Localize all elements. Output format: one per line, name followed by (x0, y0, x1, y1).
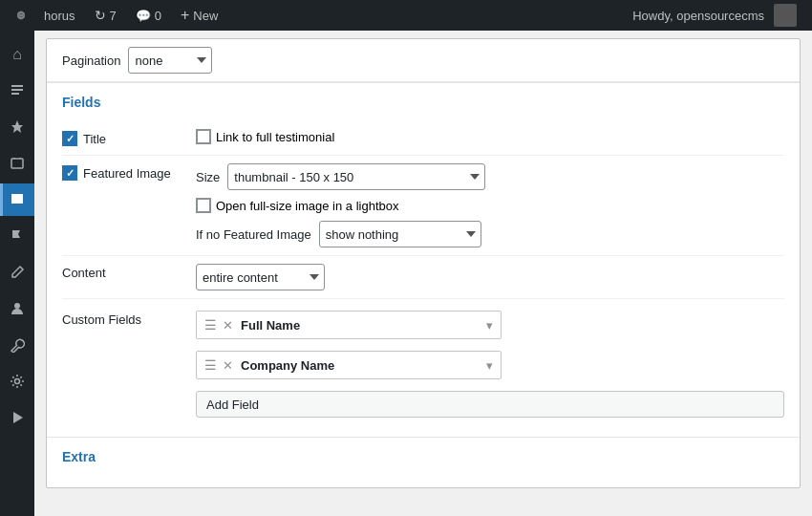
title-field-controls: Link to full testimonial (196, 129, 784, 144)
custom-field-item-2: ☰ ✕ Company Name ▾ (196, 351, 502, 379)
link-testimonial-label: Link to full testimonial (216, 130, 334, 144)
svg-marker-7 (13, 412, 23, 423)
comments-bar-item[interactable]: 💬 0 (126, 0, 171, 31)
refresh-icon: ↻ (95, 8, 106, 23)
featured-image-controls: Size thumbnail - 150 x 150 medium - 300 … (196, 163, 784, 247)
main-content: Pagination none pagination load more Fie… (34, 31, 812, 516)
remove-icon-2[interactable]: ✕ (223, 358, 233, 373)
sidebar-icon-posts[interactable] (0, 75, 34, 107)
main-panel: Pagination none pagination load more Fie… (46, 38, 801, 488)
content-field-label: Content (62, 264, 196, 280)
size-label: Size (196, 170, 220, 184)
pagination-row: Pagination none pagination load more (47, 39, 800, 82)
comments-count: 0 (155, 9, 161, 23)
lightbox-checkbox[interactable] (196, 198, 211, 213)
no-image-select[interactable]: show nothing show placeholder show defau… (319, 221, 481, 247)
sidebar-icon-users[interactable] (0, 292, 34, 325)
expand-icon-1[interactable]: ▾ (486, 318, 493, 333)
new-label: New (193, 9, 218, 23)
title-field-row: Title Link to full testimonial (62, 121, 784, 156)
content-field-row: Content entire content excerpt none (62, 256, 784, 299)
link-testimonial-checkbox-wrap[interactable]: Link to full testimonial (196, 129, 334, 144)
custom-field-name-2: Company Name (241, 358, 486, 373)
no-image-row: If no Featured Image show nothing show p… (196, 221, 784, 247)
title-checkbox[interactable] (62, 131, 77, 146)
svg-rect-2 (11, 89, 23, 91)
fields-section-title: Fields (62, 95, 784, 110)
fields-section: Fields Title Link to full testimonial (47, 83, 800, 437)
extra-section-title: Extra (62, 449, 784, 464)
pagination-select[interactable]: none pagination load more (128, 47, 212, 74)
updates-count: 7 (110, 9, 117, 23)
comment-icon: 💬 (136, 9, 151, 23)
extra-section: Extra (47, 438, 800, 487)
howdy-text: Howdy, opensourcecms (632, 9, 764, 23)
site-name-bar-item[interactable]: horus (34, 0, 85, 31)
lightbox-checkbox-wrap[interactable]: Open full-size image in a lightbox (196, 198, 784, 213)
sidebar-icon-flag[interactable] (0, 220, 34, 252)
sidebar-icon-active[interactable] (0, 183, 34, 216)
custom-fields-label: Custom Fields (62, 311, 196, 327)
featured-image-field-row: Featured Image Size thumbnail - 150 x 15… (62, 156, 784, 256)
sidebar-icon-dashboard[interactable]: ⌂ (0, 38, 34, 71)
featured-image-label: Featured Image (62, 163, 196, 181)
custom-field-item-1: ☰ ✕ Full Name ▾ (196, 311, 502, 339)
size-row: Size thumbnail - 150 x 150 medium - 300 … (196, 163, 784, 190)
sidebar-icon-pin[interactable] (0, 111, 34, 143)
sidebar-icon-tools[interactable] (0, 329, 34, 361)
admin-bar-right: Howdy, opensourcecms (632, 4, 804, 27)
title-field-label: Title (62, 129, 196, 146)
remove-icon-1[interactable]: ✕ (223, 318, 233, 333)
drag-handle-1[interactable]: ☰ (204, 317, 217, 333)
featured-image-checkbox[interactable] (62, 165, 77, 181)
new-content-bar-item[interactable]: + New (171, 0, 227, 31)
content-field-controls: entire content excerpt none (196, 264, 784, 290)
admin-bar: horus ↻ 7 💬 0 + New Howdy, opensourcecms (0, 0, 812, 31)
sidebar-icon-media[interactable] (0, 147, 34, 180)
custom-field-name-1: Full Name (241, 318, 486, 333)
site-name: horus (44, 9, 75, 23)
svg-rect-3 (11, 93, 19, 95)
svg-rect-4 (11, 159, 23, 168)
link-testimonial-checkbox[interactable] (196, 129, 211, 144)
svg-point-5 (14, 303, 20, 309)
expand-icon-2[interactable]: ▾ (486, 358, 493, 373)
sidebar-icon-settings[interactable] (0, 365, 34, 398)
svg-point-6 (15, 379, 20, 384)
sidebar-icon-play[interactable] (0, 401, 34, 434)
svg-rect-1 (11, 85, 23, 87)
sidebar-icon-pencil[interactable] (0, 256, 34, 289)
size-select[interactable]: thumbnail - 150 x 150 medium - 300 x 300… (227, 163, 485, 190)
plus-icon: + (181, 7, 189, 24)
sidebar: ⌂ (0, 31, 34, 516)
updates-bar-item[interactable]: ↻ 7 (85, 0, 126, 31)
no-image-label: If no Featured Image (196, 227, 311, 242)
custom-fields-controls: ☰ ✕ Full Name ▾ ☰ ✕ Company Name ▾ (196, 311, 784, 418)
content-select[interactable]: entire content excerpt none (196, 264, 325, 290)
add-field-button[interactable]: Add Field (196, 391, 784, 418)
pagination-label: Pagination (62, 54, 120, 68)
custom-fields-row: Custom Fields ☰ ✕ Full Name ▾ ☰ (62, 299, 784, 425)
avatar (774, 4, 797, 27)
lightbox-label: Open full-size image in a lightbox (216, 199, 399, 213)
wp-logo[interactable] (8, 0, 34, 31)
drag-handle-2[interactable]: ☰ (204, 357, 217, 373)
